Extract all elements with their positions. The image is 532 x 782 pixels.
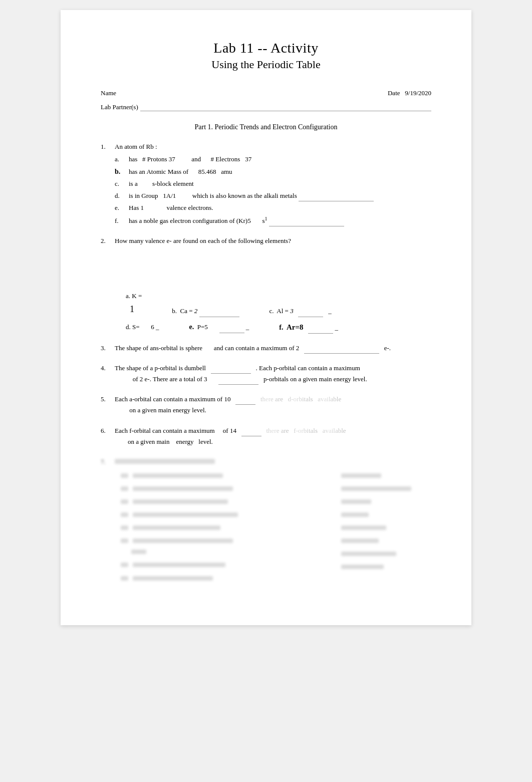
lab-partner-label: Lab Partner(s) <box>101 103 138 111</box>
q1-b-text: has an Atomic Mass of 85.468 amu <box>129 167 232 177</box>
q1-text: An atom of Rb : <box>115 141 157 152</box>
q1-a: a. has # Protons 37 and # Electrons 37 <box>115 154 431 165</box>
date-field: Date 9/19/2020 <box>388 89 431 97</box>
q1-b: b. has an Atomic Mass of 85.468 amu <box>115 166 431 177</box>
q1-d-text: is in Group 1A/1 which is also known as … <box>129 191 374 201</box>
q1-b-label: b. <box>115 166 126 177</box>
q2-c-blank <box>298 310 323 317</box>
q1-f-text: has a noble gas electron configuration o… <box>129 215 344 226</box>
q3-number: 3. <box>101 343 111 354</box>
q2-c: c. Al = 3 _ <box>270 306 332 317</box>
q5-text: Each a-orbital can contain a maximum of … <box>115 394 341 416</box>
q1-e: e. Has 1 valence electrons. <box>115 203 431 213</box>
q2-number: 2. <box>101 235 111 246</box>
part1-title: Part 1. Periodic Trends and Electron Con… <box>101 123 431 131</box>
q4-blank1 <box>211 367 251 374</box>
q2-f: f. Ar=8 _ <box>279 321 338 334</box>
q4-blank2 <box>218 378 258 385</box>
q1-f: f. has a noble gas electron configuratio… <box>115 215 431 226</box>
page: Lab 11 -- Activity Using the Periodic Ta… <box>61 10 471 625</box>
page-title-line1: Lab 11 -- Activity <box>101 40 431 56</box>
header-fields: Name Date 9/19/2020 <box>101 89 431 97</box>
q6-blurred1: there are <box>266 425 289 436</box>
q1-c: c. is a s-block element <box>115 179 431 189</box>
lab-partner-line <box>140 103 431 111</box>
q3-text: The shape of ans-orbital is sphere and c… <box>115 343 391 354</box>
q4-number: 4. <box>101 363 111 385</box>
q4-text: The shape of a p-orbital is dumbell . Ea… <box>115 363 367 385</box>
q7-text <box>115 456 215 467</box>
question-1: 1. An atom of Rb : a. has # Protons 37 a… <box>101 141 431 226</box>
q1-e-text: Has 1 valence electrons. <box>129 203 213 213</box>
q6-blurred2: f-orbitals <box>294 425 318 436</box>
q5-blank1 <box>235 398 255 405</box>
question-4: 4. The shape of a p-orbital is dumbell .… <box>101 363 431 385</box>
q2-d: d. S= 6 _ <box>126 322 159 333</box>
q2-f-blank <box>308 327 333 334</box>
questions-section: 1. An atom of Rb : a. has # Protons 37 a… <box>101 141 431 586</box>
question-2: 2. How many valence e- are found on each… <box>101 235 431 334</box>
q2-valence-grid: a. K = 1 b. Ca = 2 c. Al = 3 _ d. S= 6 _… <box>126 291 431 334</box>
page-title-line2: Using the Periodic Table <box>101 58 431 71</box>
q1-a-text: has # Protons 37 and # Electrons 37 <box>129 154 251 165</box>
q2-b: b. Ca = 2 <box>172 306 239 317</box>
q6-blank1 <box>241 429 261 436</box>
question-3: 3. The shape of ans-orbital is sphere an… <box>101 343 431 354</box>
q2-space <box>101 250 431 291</box>
q1-d-label: d. <box>115 191 126 201</box>
q5-blurred1: there are <box>260 394 283 405</box>
q6-text: Each f-orbital can contain a maximum of … <box>115 425 346 447</box>
q6-blurred3: available <box>323 425 346 436</box>
q2-e-blank <box>219 326 244 333</box>
q1-a-label: a. <box>115 154 126 165</box>
q2-e: e. P=5 _ <box>189 321 249 333</box>
q1-c-label: c. <box>115 179 126 189</box>
q2-a: a. K = 1 <box>126 291 142 317</box>
question-6: 6. Each f-orbital can contain a maximum … <box>101 425 431 447</box>
name-label: Name <box>101 89 116 97</box>
q5-number: 5. <box>101 394 111 416</box>
q1-c-text: is a s-block element <box>129 179 194 189</box>
q2-b-blank <box>199 310 239 317</box>
date-value: 9/19/2020 <box>405 89 431 97</box>
q1-d: d. is in Group 1A/1 which is also known … <box>115 191 431 201</box>
q5-blurred2: d-orbitals <box>288 394 313 405</box>
q1-d-blank <box>299 194 374 201</box>
question-5: 5. Each a-orbital can contain a maximum … <box>101 394 431 416</box>
q1-number: 1. <box>101 141 111 152</box>
q1-e-label: e. <box>115 203 126 213</box>
q3-blank <box>304 347 379 354</box>
question-7: 7. <box>101 456 431 586</box>
q1-f-blank <box>269 219 344 226</box>
title-section: Lab 11 -- Activity Using the Periodic Ta… <box>101 40 431 71</box>
q1-f-label: f. <box>115 216 126 226</box>
lab-partner-row: Lab Partner(s) <box>101 103 431 111</box>
q7-number: 7. <box>101 456 111 467</box>
q5-blurred3: available <box>318 394 341 405</box>
q1-subitems: a. has # Protons 37 and # Electrons 37 b… <box>115 154 431 226</box>
q6-number: 6. <box>101 425 111 447</box>
q2-text: How many valence e- are found on each of… <box>115 235 291 246</box>
date-label: Date <box>388 89 400 97</box>
